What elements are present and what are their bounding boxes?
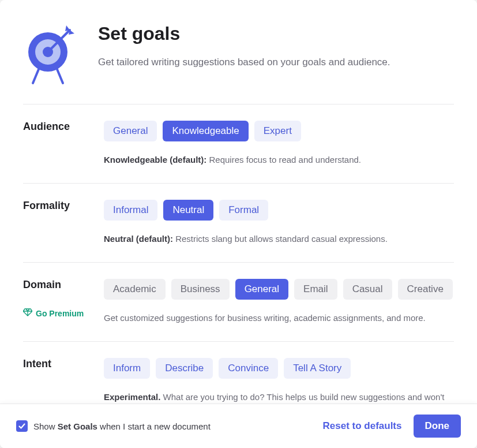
modal-title: Set goals — [98, 23, 454, 44]
domain-options: Academic Business General Email Casual C… — [104, 279, 454, 300]
domain-option-academic[interactable]: Academic — [104, 279, 166, 300]
footer: Show Set Goals when I start a new docume… — [0, 404, 477, 448]
intent-option-describe[interactable]: Describe — [156, 358, 213, 379]
domain-description: Get customized suggestions for business … — [104, 311, 454, 325]
go-premium-link[interactable]: Go Premium — [23, 308, 104, 318]
audience-description: Knowledgeable (default): Requires focus … — [104, 153, 454, 167]
formality-label: Formality — [23, 200, 104, 212]
intent-label: Intent — [23, 358, 104, 370]
formality-option-formal[interactable]: Formal — [219, 200, 268, 221]
section-domain: Domain Go Premium Academic Business Gene… — [23, 263, 454, 342]
svg-line-5 — [57, 69, 63, 83]
audience-option-knowledgeable[interactable]: Knowledgeable — [163, 121, 248, 141]
audience-option-general[interactable]: General — [104, 121, 157, 141]
show-on-start-checkbox[interactable] — [16, 420, 28, 432]
goals-modal: Set goals Get tailored writing suggestio… — [0, 0, 477, 448]
domain-option-creative[interactable]: Creative — [398, 279, 453, 300]
intent-option-tell-a-story[interactable]: Tell A Story — [284, 358, 351, 379]
scroll-area[interactable]: Set goals Get tailored writing suggestio… — [0, 0, 477, 404]
section-formality: Formality Informal Neutral Formal Neutra… — [23, 184, 454, 263]
diamond-icon — [23, 308, 32, 318]
intent-option-convince[interactable]: Convince — [219, 358, 278, 379]
domain-option-casual[interactable]: Casual — [343, 279, 392, 300]
reset-defaults-link[interactable]: Reset to defaults — [323, 420, 402, 432]
formality-options: Informal Neutral Formal — [104, 200, 454, 221]
formality-option-neutral[interactable]: Neutral — [163, 200, 213, 221]
modal-subtitle: Get tailored writing suggestions based o… — [98, 55, 454, 70]
premium-label: Go Premium — [36, 309, 84, 318]
intent-description: Experimental. What are you trying to do?… — [104, 390, 454, 404]
audience-option-expert[interactable]: Expert — [254, 121, 301, 141]
show-on-start-label: Show Set Goals when I start a new docume… — [33, 421, 211, 431]
section-audience: Audience General Knowledgeable Expert Kn… — [23, 104, 454, 184]
intent-options: Inform Describe Convince Tell A Story — [104, 358, 454, 379]
domain-option-email[interactable]: Email — [294, 279, 337, 300]
domain-option-business[interactable]: Business — [171, 279, 230, 300]
svg-line-4 — [33, 69, 39, 83]
done-button[interactable]: Done — [414, 415, 461, 438]
formality-description: Neutral (default): Restricts slang but a… — [104, 232, 454, 246]
formality-option-informal[interactable]: Informal — [104, 200, 157, 221]
header: Set goals Get tailored writing suggestio… — [23, 23, 454, 104]
domain-label: Domain — [23, 279, 104, 291]
intent-option-inform[interactable]: Inform — [104, 358, 150, 379]
section-intent: Intent Inform Describe Convince Tell A S… — [23, 342, 454, 404]
domain-option-general[interactable]: General — [235, 279, 288, 300]
audience-options: General Knowledgeable Expert — [104, 121, 454, 141]
audience-label: Audience — [23, 121, 104, 133]
target-icon — [23, 23, 81, 87]
